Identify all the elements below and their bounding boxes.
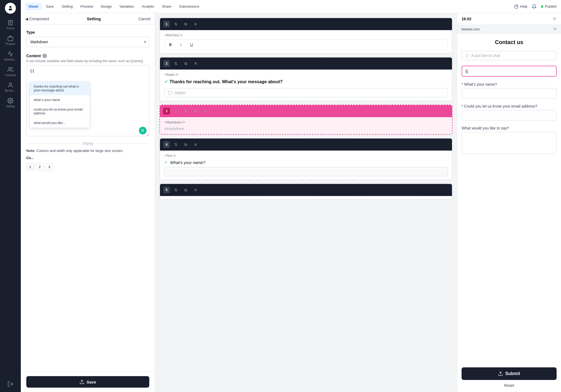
notification-icon[interactable] xyxy=(532,4,537,9)
sidebar-item-logout[interactable] xyxy=(2,379,19,389)
preview-radio-icon xyxy=(465,54,469,57)
card-4-move-btn[interactable]: ⇅ xyxy=(172,141,180,148)
card-5-delete-btn[interactable]: ✕ xyxy=(192,186,199,194)
type-select-wrapper: Markdown ▾ xyxy=(26,37,149,47)
col-1-button[interactable]: 1 xyxy=(26,163,34,171)
card-3-move-btn[interactable]: ⇅ xyxy=(182,107,190,115)
columns-row: Co... 1 2 3 xyxy=(26,156,149,171)
preview-just-line-group: A just line to chat xyxy=(462,51,557,60)
tab-variables[interactable]: Variables xyxy=(116,3,137,10)
tab-share[interactable]: Share xyxy=(159,3,175,10)
card-4-number: 4 xyxy=(163,141,170,148)
tab-sheet[interactable]: Sheet xyxy=(25,3,41,10)
tab-preview[interactable]: Preview xyxy=(77,3,96,10)
bold-button[interactable]: B xyxy=(167,42,174,47)
card-2-delete-btn[interactable]: ✕ xyxy=(192,60,199,67)
card-3-body: <Markdown /> #markdown xyxy=(160,117,452,134)
preview-footer: Submit Reset xyxy=(457,367,561,392)
save-button[interactable]: Save xyxy=(26,376,149,388)
sidebar-item-contacts[interactable]: Contacts xyxy=(2,64,19,79)
card-2-option[interactable]: Option xyxy=(164,88,448,97)
tab-design[interactable]: Design xyxy=(98,3,115,10)
underline-button[interactable]: U xyxy=(188,42,195,47)
card-2-copy-btn[interactable]: ⧉ xyxy=(182,60,190,67)
sidebar-item-setting[interactable]: Setting xyxy=(2,96,19,110)
preview-name-input[interactable] xyxy=(462,88,557,99)
card-4-question: ✓ What's your name? xyxy=(164,160,448,165)
canvas-area: 1 ⇅ ⧉ ✕ <RichText /> B i U xyxy=(155,13,457,392)
back-button[interactable]: ◀ Component xyxy=(25,17,49,21)
tab-analytic[interactable]: Analytic xyxy=(138,3,158,10)
refresh-icon[interactable]: ↻ xyxy=(554,27,557,31)
svg-point-9 xyxy=(10,100,11,102)
type-select[interactable]: Markdown xyxy=(26,37,149,47)
tab-save[interactable]: Save xyxy=(42,3,57,10)
publish-button[interactable]: Publish xyxy=(541,4,557,8)
preview-submit-button[interactable]: Submit xyxy=(462,367,557,380)
preview-body: Contact us A just line to chat * What's … xyxy=(457,34,561,367)
sidebar-item-my-account[interactable]: My Acc... xyxy=(2,80,19,94)
autocomplete-item-4[interactable]: what-would-you-like... xyxy=(30,118,90,128)
sidebar-logo[interactable] xyxy=(5,3,16,14)
preview-url-bar: beekai.com ↻ xyxy=(457,25,561,34)
preview-url: beekai.com xyxy=(462,27,480,31)
svg-rect-6 xyxy=(8,37,13,41)
cancel-button[interactable]: Cancel xyxy=(138,17,150,21)
card-4-type-tag: <Text /> xyxy=(164,154,448,158)
save-button-container: Save xyxy=(21,371,155,392)
card-4-input[interactable] xyxy=(164,167,448,176)
preview-name-label: * What's your name? xyxy=(462,82,557,87)
card-1-move-btn[interactable]: ⇅ xyxy=(172,20,180,28)
tab-setting[interactable]: Setting xyxy=(58,3,76,10)
card-5-move-btn[interactable]: ⇅ xyxy=(172,186,180,194)
svg-point-1 xyxy=(9,8,12,10)
radio-circle xyxy=(168,91,172,95)
col-2-button[interactable]: 2 xyxy=(36,163,44,171)
preview-time: 16:02 xyxy=(462,17,471,21)
card-3-square-btn[interactable]: □ xyxy=(172,107,180,115)
card-3-type-tag: <Markdown /> xyxy=(164,120,448,124)
right-panel: 16:02 ✕ beekai.com ↻ Contact us A just l… xyxy=(457,13,561,392)
svg-point-0 xyxy=(9,6,11,8)
card-5-copy-btn[interactable]: ⧉ xyxy=(182,186,190,194)
sidebar-item-submissions[interactable]: Submiss... xyxy=(2,49,19,63)
card-2-move-btn[interactable]: ⇅ xyxy=(172,60,180,67)
card-4-body: <Text /> ✓ What's your name? xyxy=(160,151,452,180)
card-3-actions: □ ⇅ ⧉ ✕ xyxy=(172,107,209,115)
card-4-delete-btn[interactable]: ✕ xyxy=(192,141,199,148)
preview-email-label: * Could you let us know your email addre… xyxy=(462,104,557,108)
card-1-copy-btn[interactable]: ⧉ xyxy=(182,20,190,28)
sidebar-item-forms[interactable]: Forms xyxy=(2,18,19,32)
preview-reset-button[interactable]: Reset xyxy=(462,383,557,388)
autocomplete-item-1[interactable]: thanks-for-reaching-out-what-s-your-mess… xyxy=(30,82,90,95)
preview-active-input[interactable] xyxy=(462,66,557,77)
card-1-actions: ⇅ ⧉ ✕ xyxy=(172,20,199,28)
card-1-header: 1 ⇅ ⧉ ✕ xyxy=(160,18,452,30)
preview-name-group: * What's your name? xyxy=(462,82,557,99)
sidebar-item-projects[interactable]: Projects xyxy=(2,33,19,48)
autocomplete-item-3[interactable]: could-you-let-us-know-your-email-address xyxy=(30,105,90,118)
preview-email-input[interactable] xyxy=(462,110,557,120)
card-2-number: 2 xyxy=(163,60,170,67)
card-1-delete-btn[interactable]: ✕ xyxy=(192,20,199,28)
grammarly-button[interactable]: G xyxy=(139,127,147,134)
card-3-placeholder: #markdown xyxy=(164,126,448,131)
tab-submissions[interactable]: Submissions xyxy=(176,3,203,10)
preview-email-group: * Could you let us know your email addre… xyxy=(462,104,557,120)
autocomplete-item-2[interactable]: what-s-your-name xyxy=(30,95,90,105)
preview-close-icon[interactable]: ✕ xyxy=(553,16,557,22)
italic-button[interactable]: i xyxy=(178,42,184,47)
card-3-delete-btn[interactable]: ✕ xyxy=(202,107,209,115)
content-hint: It can include variables and field value… xyxy=(26,59,149,63)
card-2-actions: ⇅ ⧉ ✕ xyxy=(172,60,199,67)
card-2-question: ✓Thanks for reaching out. What's your me… xyxy=(164,79,448,85)
info-icon: i xyxy=(42,54,47,58)
card-3-header: 3 □ ⇅ ⧉ ✕ xyxy=(160,105,452,117)
col-3-button[interactable]: 3 xyxy=(45,163,53,171)
card-3-copy-btn[interactable]: ⧉ xyxy=(192,107,199,115)
card-2-type-tag: <Radio /> xyxy=(164,73,448,77)
help-button[interactable]: Help xyxy=(514,4,528,9)
preview-message-textarea[interactable] xyxy=(462,132,557,154)
card-4-copy-btn[interactable]: ⧉ xyxy=(182,141,190,148)
panel-title: Setting xyxy=(52,16,135,21)
